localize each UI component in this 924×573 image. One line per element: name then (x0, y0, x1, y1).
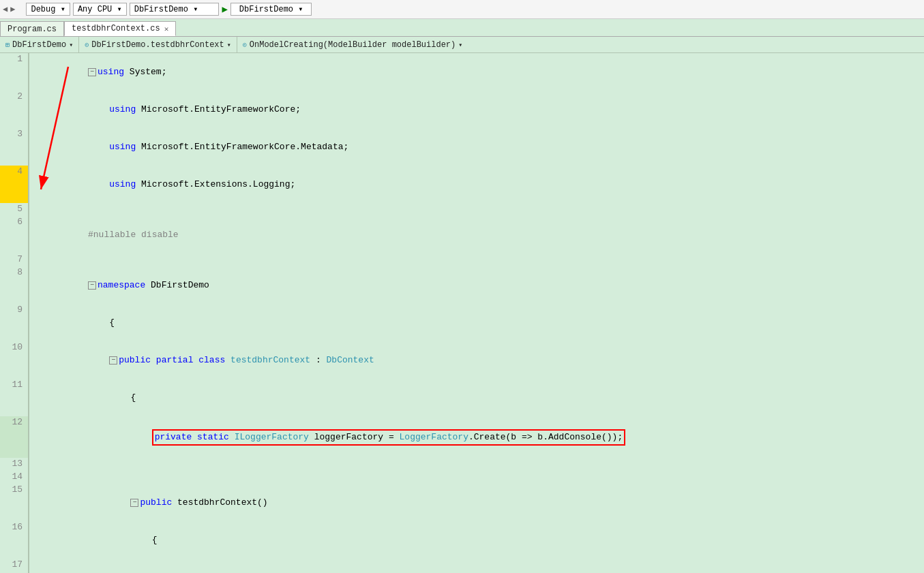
table-row: 5 (0, 203, 924, 216)
tab-program-cs[interactable]: Program.cs (0, 21, 64, 36)
line-number: 17 (0, 559, 29, 573)
table-row: 1 −using System; (0, 53, 924, 91)
line-content[interactable] (29, 458, 924, 471)
line-content[interactable]: { (29, 379, 924, 416)
tab-testdbhr-label: testdbhrContext.cs (72, 24, 160, 33)
nav-method-chevron[interactable]: ▾ (458, 41, 462, 49)
line-number: 13 (0, 458, 29, 471)
table-row: 8 −namespace DbFirstDemo (0, 266, 924, 304)
line-content[interactable]: −public testdbhrContext() (29, 484, 924, 521)
line-number: 2 (0, 91, 29, 128)
line-number: 8 (0, 266, 29, 304)
table-row: 11 { (0, 379, 924, 416)
nav-method[interactable]: ⊙ OnModelCreating(ModelBuilder modelBuil… (237, 37, 924, 52)
table-row: 9 { (0, 304, 924, 341)
line-number: 1 (0, 53, 29, 91)
line-number: 10 (0, 341, 29, 379)
toolbar-run-btn[interactable]: ▶ (222, 3, 227, 15)
table-row: 7 (0, 253, 924, 266)
line-number: 11 (0, 379, 29, 416)
line-number: 5 (0, 203, 29, 216)
nav-class[interactable]: ⊙ DbFirstDemo.testdbhrContext ▾ (79, 37, 237, 52)
line-number: 3 (0, 128, 29, 166)
line-number: 16 (0, 521, 29, 559)
nav-project[interactable]: ⊞ DbFirstDemo ▾ (0, 37, 79, 52)
line-content[interactable]: { (29, 304, 924, 341)
table-row: 10 −public partial class testdbhrContext… (0, 341, 924, 379)
tab-bar: Program.cs testdbhrContext.cs ✕ (0, 19, 924, 37)
line-content[interactable] (29, 253, 924, 266)
table-row: 15 −public testdbhrContext() (0, 484, 924, 521)
table-row: 13 (0, 458, 924, 471)
line-number: 7 (0, 253, 29, 266)
nav-bar: ⊞ DbFirstDemo ▾ ⊙ DbFirstDemo.testdbhrCo… (0, 37, 924, 53)
line-number: 15 (0, 484, 29, 521)
line-content[interactable]: private static ILoggerFactory loggerFact… (29, 416, 924, 458)
table-row: 4 using Microsoft.Extensions.Logging; (0, 166, 924, 203)
collapse-icon[interactable]: − (109, 356, 117, 365)
line-number: 6 (0, 216, 29, 253)
toolbar-cpu-dropdown[interactable]: Any CPU ▾ (73, 3, 127, 16)
table-row: 6 #nullable disable (0, 216, 924, 253)
table-row: 17 } (0, 559, 924, 573)
line-content[interactable]: −using System; (29, 53, 924, 91)
toolbar-back[interactable]: ◀ (3, 4, 8, 14)
table-row: 3 using Microsoft.EntityFrameworkCore.Me… (0, 128, 924, 166)
line-content[interactable]: #nullable disable (29, 216, 924, 253)
toolbar-debug-dropdown[interactable]: Debug ▾ (26, 3, 70, 16)
line-content[interactable]: using Microsoft.EntityFrameworkCore; (29, 91, 924, 128)
line-content[interactable] (29, 471, 924, 484)
table-row: 12 private static ILoggerFactory loggerF… (0, 416, 924, 458)
code-table: 1 −using System; 2 using Microsoft.Entit… (0, 53, 924, 573)
line-content[interactable]: −namespace DbFirstDemo (29, 266, 924, 304)
table-row: 14 (0, 471, 924, 484)
nav-project-chevron[interactable]: ▾ (69, 41, 73, 49)
toolbar-forward[interactable]: ▶ (10, 4, 15, 14)
line-number: 4 (0, 166, 29, 203)
collapse-icon[interactable]: − (130, 499, 138, 507)
table-row: 2 using Microsoft.EntityFrameworkCore; (0, 91, 924, 128)
toolbar-run-label[interactable]: DbFirstDemo ▾ (230, 3, 312, 16)
line-content[interactable]: } (29, 559, 924, 573)
collapse-icon[interactable]: − (88, 68, 96, 76)
line-content[interactable]: −public partial class testdbhrContext : … (29, 341, 924, 379)
toolbar: ◀ ▶ Debug ▾ Any CPU ▾ DbFirstDemo ▾ ▶ Db… (0, 0, 924, 19)
line-number: 9 (0, 304, 29, 341)
line-content[interactable]: using Microsoft.EntityFrameworkCore.Meta… (29, 128, 924, 166)
line-number: 14 (0, 471, 29, 484)
tab-close-icon[interactable]: ✕ (164, 25, 169, 33)
tab-program-label: Program.cs (8, 25, 57, 34)
line-content[interactable]: using Microsoft.Extensions.Logging; (29, 166, 924, 203)
line-content[interactable]: { (29, 521, 924, 559)
line-number: 12 (0, 416, 29, 458)
table-row: 16 { (0, 521, 924, 559)
line-content[interactable] (29, 203, 924, 216)
editor[interactable]: 1 −using System; 2 using Microsoft.Entit… (0, 53, 924, 573)
collapse-icon[interactable]: − (88, 281, 96, 290)
tab-testdbhrcontext-cs[interactable]: testdbhrContext.cs ✕ (64, 21, 176, 36)
toolbar-project-dropdown[interactable]: DbFirstDemo ▾ (130, 3, 220, 16)
nav-class-chevron[interactable]: ▾ (227, 41, 231, 49)
